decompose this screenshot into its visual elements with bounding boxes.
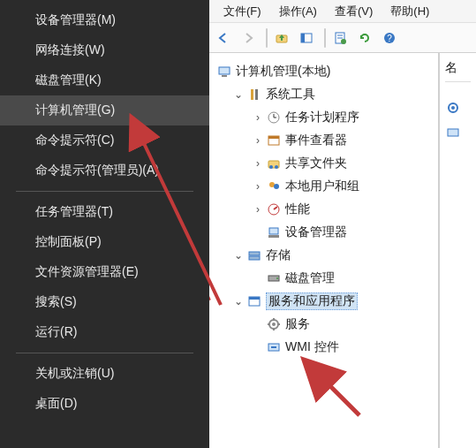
toolbar-help-button[interactable]: ? [381,27,402,49]
tree-node-storage[interactable]: ⌄ 存储 [213,244,434,267]
ctx-item-computer-management[interactable]: 计算机管理(G) [0,95,209,125]
component-icon [445,125,461,140]
spacer [252,318,264,330]
clock-icon [266,110,282,125]
ctx-label: 运行(R) [35,324,77,338]
menu-label: 帮助(H) [390,4,429,18]
ctx-item-shutdown-signout[interactable]: 关机或注销(U) [0,359,209,389]
storage-icon [246,247,262,263]
menu-action[interactable]: 操作(A) [270,1,326,22]
toolbar-refresh-button[interactable] [356,27,377,49]
menu-bar: 文件(F) 操作(A) 查看(V) 帮助(H) [209,0,476,23]
tree-label: 存储 [266,247,291,263]
tree-node-task-scheduler[interactable]: › 任务计划程序 [213,106,434,129]
menu-help[interactable]: 帮助(H) [382,1,438,22]
menu-view[interactable]: 查看(V) [326,1,382,22]
collapse-icon[interactable]: ⌄ [232,249,245,262]
shared-folder-icon [266,156,282,171]
menu-file[interactable]: 文件(F) [215,1,270,22]
svg-point-34 [272,323,276,326]
tree-node-performance[interactable]: › 性能 [213,198,434,221]
tree-label: 共享文件夹 [285,156,347,171]
svg-rect-27 [249,252,260,255]
wmi-icon [266,339,282,355]
toolbar-separator [266,28,268,48]
collapse-icon[interactable]: ⌄ [232,88,245,101]
ctx-label: 命令提示符(管理员)(A) [35,163,159,177]
tree-label: 设备管理器 [285,224,347,240]
svg-rect-25 [269,228,278,234]
spacer [252,272,264,285]
ctx-item-command-prompt-admin[interactable]: 命令提示符(管理员)(A) [0,156,209,186]
svg-rect-26 [268,235,279,238]
ctx-item-desktop[interactable]: 桌面(D) [0,389,209,419]
ctx-label: 关机或注销(U) [35,366,114,380]
svg-point-19 [269,165,273,169]
ctx-label: 搜索(S) [35,294,77,308]
ctx-label: 磁盘管理(K) [35,72,102,87]
pane-toggle-icon [298,30,314,46]
tree-label: 服务 [285,316,310,332]
ctx-item-device-manager[interactable]: 设备管理器(M) [0,5,209,35]
ctx-item-command-prompt[interactable]: 命令提示符(C) [0,125,209,156]
tree-node-wmi[interactable]: WMI 控件 [213,336,434,359]
performance-icon [266,201,282,217]
device-manager-icon [266,224,282,240]
expand-icon[interactable]: › [252,134,264,147]
ctx-label: 计算机管理(G) [35,103,115,117]
computer-icon [216,64,232,80]
tree-label: 性能 [285,201,310,217]
ctx-label: 控制面板(P) [35,234,102,248]
ctx-label: 网络连接(W) [35,42,105,57]
help-icon: ? [382,30,397,46]
svg-point-6 [341,39,346,44]
services-icon [266,316,282,332]
back-arrow-icon [215,30,231,46]
toolbar-show-hide-button[interactable] [298,27,319,49]
tree-label: 计算机管理(本地) [236,64,330,80]
right-panel-item[interactable] [445,125,471,140]
collapse-icon[interactable]: ⌄ [232,295,245,308]
ctx-item-network-connections[interactable]: 网络连接(W) [0,35,209,65]
tree-label: 本地用户和组 [285,178,359,194]
tool-bar: ? [209,23,476,53]
toolbar-up-button[interactable] [273,27,294,49]
computer-management-console: 文件(F) 操作(A) 查看(V) 帮助(H) ? 计算机管理(本地) [209,0,476,448]
tree-node-shared-folders[interactable]: › 共享文件夹 [213,152,434,175]
svg-point-30 [276,277,278,279]
svg-rect-28 [249,256,260,260]
tree-node-computer-management[interactable]: 计算机管理(本地) [213,60,434,83]
tree-node-local-users[interactable]: › 本地用户和组 [213,175,434,198]
ctx-item-file-explorer[interactable]: 文件资源管理器(E) [0,257,209,287]
expand-icon[interactable]: › [252,111,264,124]
tree-node-system-tools[interactable]: ⌄ 系统工具 [213,83,434,106]
toolbar-properties-button[interactable] [331,27,352,49]
gear-icon [445,100,461,116]
svg-point-42 [451,106,455,110]
svg-text:?: ? [387,34,392,43]
tree-node-services[interactable]: 服务 [213,313,434,336]
ctx-item-search[interactable]: 搜索(S) [0,287,209,317]
tree-node-services-apps[interactable]: ⌄ 服务和应用程序 [213,290,434,313]
tree-pane: 计算机管理(本地) ⌄ 系统工具 › 任务计划程序 › 事件查看器 [209,53,439,448]
ctx-item-run[interactable]: 运行(R) [0,317,209,347]
ctx-item-task-manager[interactable]: 任务管理器(T) [0,197,209,227]
ctx-item-disk-management[interactable]: 磁盘管理(K) [0,65,209,95]
toolbar-back-button[interactable] [215,27,236,49]
up-folder-icon [274,30,290,46]
ctx-label: 设备管理器(M) [35,12,116,27]
forward-arrow-icon [240,30,256,46]
toolbar-forward-button[interactable] [239,27,261,49]
ctx-item-control-panel[interactable]: 控制面板(P) [0,227,209,257]
svg-rect-9 [219,67,230,74]
expand-icon[interactable]: › [252,203,264,216]
expand-icon[interactable]: › [252,157,264,170]
tree-node-disk-management[interactable]: 磁盘管理 [213,267,434,290]
expand-icon[interactable]: › [252,180,264,193]
ctx-separator [16,191,193,192]
right-panel-item[interactable] [445,100,471,116]
tree-label: WMI 控件 [285,339,339,355]
tree-node-device-manager[interactable]: 设备管理器 [213,221,434,244]
svg-point-20 [275,165,278,169]
tree-node-event-viewer[interactable]: › 事件查看器 [213,129,434,152]
